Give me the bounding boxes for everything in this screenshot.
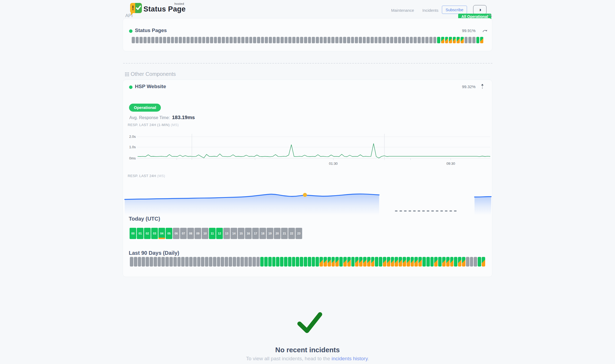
uptime-bar[interactable] — [296, 37, 299, 43]
uptime-bar[interactable] — [430, 257, 434, 267]
uptime-bar[interactable] — [292, 37, 295, 43]
uptime-bar[interactable] — [480, 37, 483, 43]
uptime-bar[interactable] — [249, 37, 252, 43]
uptime-bar[interactable] — [466, 257, 469, 267]
uptime-bar[interactable] — [375, 257, 378, 267]
uptime-bar[interactable] — [284, 257, 287, 267]
uptime-bar[interactable] — [248, 257, 252, 267]
uptime-bar[interactable] — [155, 37, 158, 43]
uptime-bar[interactable] — [238, 37, 241, 43]
uptime-bar[interactable] — [179, 37, 182, 43]
uptime-bar[interactable] — [273, 37, 276, 43]
uptime-bar[interactable] — [261, 37, 264, 43]
uptime-bar[interactable] — [331, 37, 334, 43]
hour-block-04[interactable]: 04 — [158, 228, 165, 239]
uptime-bar[interactable] — [390, 37, 393, 43]
uptime-bar[interactable] — [136, 37, 139, 43]
uptime-bar[interactable] — [418, 37, 421, 43]
uptime-bar[interactable] — [458, 257, 461, 267]
uptime-bar[interactable] — [422, 37, 425, 43]
nav-maintenance[interactable]: Maintenance — [391, 8, 414, 13]
uptime-bar[interactable] — [292, 257, 295, 267]
uptime-bar[interactable] — [457, 37, 460, 43]
uptime-bar[interactable] — [185, 257, 189, 267]
uptime-bar[interactable] — [359, 37, 362, 43]
uptime-bar[interactable] — [134, 257, 137, 267]
uptime-bar[interactable] — [347, 37, 350, 43]
uptime-bar[interactable] — [328, 257, 331, 267]
uptime-bar[interactable] — [351, 257, 355, 267]
uptime-bar[interactable] — [193, 257, 197, 267]
uptime-bar[interactable] — [328, 37, 331, 43]
uptime-bar[interactable] — [209, 257, 212, 267]
uptime-bar[interactable] — [391, 257, 394, 267]
uptime-bar[interactable] — [159, 37, 162, 43]
uptime-bar[interactable] — [276, 257, 279, 267]
uptime-bar[interactable] — [218, 37, 221, 43]
uptime-bar[interactable] — [304, 257, 307, 267]
uptime-bar[interactable] — [355, 37, 358, 43]
uptime-bar[interactable] — [233, 257, 236, 267]
uptime-bar[interactable] — [355, 257, 359, 267]
uptime-bar[interactable] — [359, 257, 363, 267]
uptime-bar[interactable] — [422, 257, 426, 267]
uptime-bar[interactable] — [363, 37, 366, 43]
uptime-bar[interactable] — [453, 37, 456, 43]
uptime-bar[interactable] — [312, 257, 315, 267]
uptime-bar[interactable] — [213, 257, 216, 267]
uptime-bar[interactable] — [138, 257, 141, 267]
hour-block-07[interactable]: 07 — [180, 228, 187, 239]
uptime-bar[interactable] — [272, 257, 276, 267]
uptime-bar[interactable] — [378, 37, 382, 43]
uptime-bar[interactable] — [288, 37, 291, 43]
uptime-bar[interactable] — [139, 37, 143, 43]
uptime-bar[interactable] — [147, 37, 151, 43]
logo[interactable]: ! hosted Status Page — [130, 3, 199, 17]
uptime-bar[interactable] — [394, 37, 397, 43]
uptime-bar[interactable] — [351, 37, 354, 43]
uptime-bar[interactable] — [407, 257, 410, 267]
uptime-bar[interactable] — [150, 257, 153, 267]
hour-block-17[interactable]: 17 — [252, 228, 259, 239]
hour-block-14[interactable]: 14 — [231, 228, 237, 239]
uptime-bar[interactable] — [399, 257, 402, 267]
hour-block-21[interactable]: 21 — [281, 228, 288, 239]
uptime-bar[interactable] — [198, 37, 201, 43]
redo-arrow-icon[interactable] — [482, 29, 488, 33]
uptime-bar[interactable] — [347, 257, 351, 267]
incidents-history-link[interactable]: incidents history — [332, 356, 368, 361]
uptime-bar[interactable] — [474, 257, 477, 267]
uptime-bar[interactable] — [383, 257, 386, 267]
uptime-bar[interactable] — [165, 257, 169, 267]
uptime-bar[interactable] — [229, 257, 232, 267]
uptime-bar[interactable] — [222, 37, 225, 43]
uptime-bar[interactable] — [406, 37, 409, 43]
uptime-bar[interactable] — [398, 37, 401, 43]
uptime-bar[interactable] — [367, 37, 370, 43]
uptime-bar[interactable] — [482, 257, 485, 267]
uptime-bar[interactable] — [268, 257, 272, 267]
uptime-bar[interactable] — [438, 257, 442, 267]
uptime-bar[interactable] — [470, 257, 473, 267]
uptime-bar[interactable] — [468, 37, 472, 43]
uptime-bar[interactable] — [478, 257, 481, 267]
subscribe-button[interactable]: Subscribe — [442, 6, 467, 14]
uptime-bar[interactable] — [189, 257, 193, 267]
uptime-bar[interactable] — [202, 37, 205, 43]
uptime-bar[interactable] — [240, 257, 244, 267]
uptime-bar[interactable] — [210, 37, 213, 43]
uptime-bar[interactable] — [371, 37, 374, 43]
uptime-bar[interactable] — [269, 37, 272, 43]
uptime-bar[interactable] — [386, 37, 390, 43]
uptime-bar[interactable] — [201, 257, 204, 267]
theme-toggle-button[interactable]: ◑ — [473, 5, 486, 14]
uptime-bar[interactable] — [245, 37, 248, 43]
uptime-bar[interactable] — [237, 257, 240, 267]
nav-incidents[interactable]: Incidents — [422, 8, 438, 13]
uptime-bar[interactable] — [158, 257, 161, 267]
uptime-bar[interactable] — [197, 257, 201, 267]
uptime-bar[interactable] — [308, 37, 311, 43]
uptime-bar[interactable] — [363, 257, 367, 267]
uptime-bar[interactable] — [186, 37, 190, 43]
uptime-bar[interactable] — [190, 37, 194, 43]
